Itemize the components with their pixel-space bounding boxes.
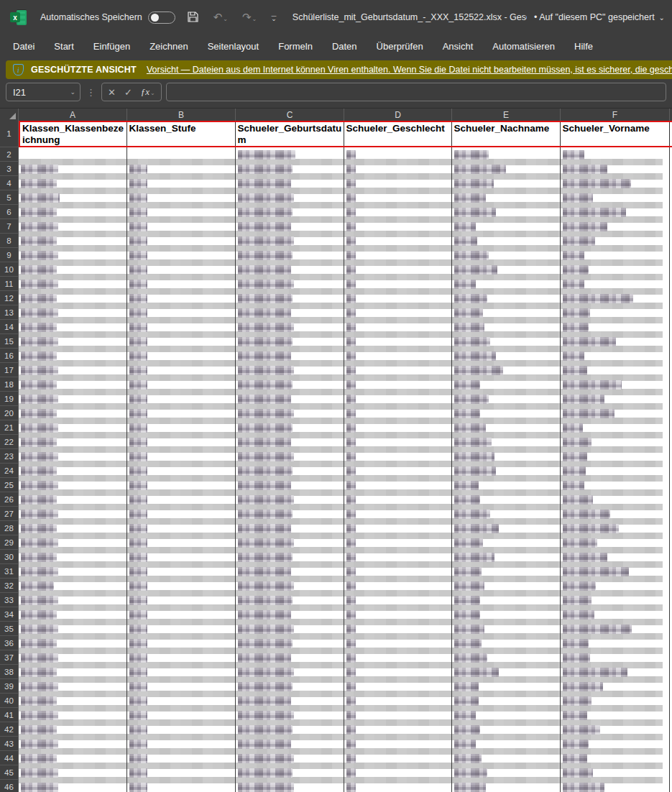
column-header-e[interactable]: E [452,109,561,121]
document-title[interactable]: Schülerliste_mit_Geburtsdatum_-_XXX_1525… [293,12,527,22]
cell-a35[interactable] [19,622,127,636]
cell-c36[interactable] [236,636,344,650]
cell-a42[interactable] [19,722,127,737]
cell-b41[interactable] [127,708,236,722]
cell-b14[interactable] [127,320,236,334]
cell-d17[interactable] [344,363,452,377]
row-number[interactable]: 40 [0,694,19,708]
autosave-toggle[interactable] [148,11,175,24]
cell-f33[interactable] [561,593,670,607]
column-header-a[interactable]: A [19,109,127,121]
cell-f5[interactable] [561,190,670,205]
cell-f4[interactable] [561,176,670,190]
cell-f10[interactable] [561,262,670,277]
cell-e9[interactable] [452,248,561,262]
saved-status[interactable]: • Auf "diesem PC" gespeichert [534,12,655,22]
cell-f28[interactable] [561,521,670,535]
cell-c31[interactable] [236,564,344,579]
cell-f11[interactable] [561,277,670,291]
cell-e7[interactable] [452,219,561,234]
cell-a29[interactable] [19,535,127,550]
cell-b38[interactable] [127,665,236,679]
cell-c30[interactable] [236,550,344,564]
cell-a16[interactable] [19,349,127,363]
cell-f42[interactable] [561,722,670,737]
cell-c23[interactable] [236,449,344,464]
cell-b29[interactable] [127,535,236,550]
cell-d24[interactable] [344,464,452,478]
tab-automatisieren[interactable]: Automatisieren [492,41,555,52]
cell-a8[interactable] [19,234,127,248]
row-number[interactable]: 35 [0,622,19,636]
cell-c39[interactable] [236,679,344,694]
cell-b17[interactable] [127,363,236,377]
save-icon[interactable] [187,11,199,24]
cell-f21[interactable] [561,420,670,435]
cell-e3[interactable] [452,162,561,176]
cell-b7[interactable] [127,219,236,234]
cell-c20[interactable] [236,406,344,420]
cell-c37[interactable] [236,650,344,665]
name-box-chevron-icon[interactable]: ⌄ [70,88,75,96]
cell-f18[interactable] [561,377,670,392]
cell-a10[interactable] [19,262,127,277]
cell-f40[interactable] [561,694,670,708]
cell-f13[interactable] [561,305,670,320]
tab-formeln[interactable]: Formeln [278,41,313,52]
row-number[interactable]: 36 [0,636,19,650]
cell-c9[interactable] [236,248,344,262]
cell-d19[interactable] [344,392,452,406]
cell-c19[interactable] [236,392,344,406]
row-number[interactable]: 21 [0,420,19,435]
cell-b23[interactable] [127,449,236,464]
row-number[interactable]: 24 [0,464,19,478]
cell-a4[interactable] [19,176,127,190]
cell-a37[interactable] [19,650,127,665]
cell-f39[interactable] [561,679,670,694]
row-number[interactable]: 11 [0,277,19,291]
cell-d12[interactable] [344,291,452,305]
tab-start[interactable]: Start [54,41,73,52]
cell-d33[interactable] [344,593,452,607]
cell-d18[interactable] [344,377,452,392]
cell-f25[interactable] [561,478,670,492]
cell-f7[interactable] [561,219,670,234]
row-number[interactable]: 33 [0,593,19,607]
cell-c18[interactable] [236,377,344,392]
cell-f34[interactable] [561,607,670,622]
cell-e29[interactable] [452,535,561,550]
cell-b18[interactable] [127,377,236,392]
cell-f12[interactable] [561,291,670,305]
row-number[interactable]: 45 [0,765,19,780]
tab-hilfe[interactable]: Hilfe [574,41,593,52]
cell-b5[interactable] [127,190,236,205]
row-number[interactable]: 23 [0,449,19,464]
row-number[interactable]: 13 [0,305,19,320]
cell-f16[interactable] [561,349,670,363]
cell-d28[interactable] [344,521,452,535]
cell-d8[interactable] [344,234,452,248]
row-number[interactable]: 1 [0,121,19,147]
row-number[interactable]: 26 [0,492,19,507]
cell-d22[interactable] [344,435,452,449]
cell-b6[interactable] [127,205,236,219]
cell-f41[interactable] [561,708,670,722]
cell-d40[interactable] [344,694,452,708]
cell-b37[interactable] [127,650,236,665]
cell-f46[interactable] [561,780,670,792]
row-number[interactable]: 12 [0,291,19,305]
formula-input[interactable] [166,83,666,101]
cell-e34[interactable] [452,607,561,622]
cell-b10[interactable] [127,262,236,277]
cell-c14[interactable] [236,320,344,334]
tab-ansicht[interactable]: Ansicht [443,41,474,52]
cell-d21[interactable] [344,420,452,435]
cell-e12[interactable] [452,291,561,305]
cell-c5[interactable] [236,190,344,205]
cell-c12[interactable] [236,291,344,305]
protected-view-message-link[interactable]: Vorsicht — Dateien aus dem Internet könn… [147,65,672,75]
cell-c26[interactable] [236,492,344,507]
cell-e23[interactable] [452,449,561,464]
cell-c40[interactable] [236,694,344,708]
cell-d14[interactable] [344,320,452,334]
